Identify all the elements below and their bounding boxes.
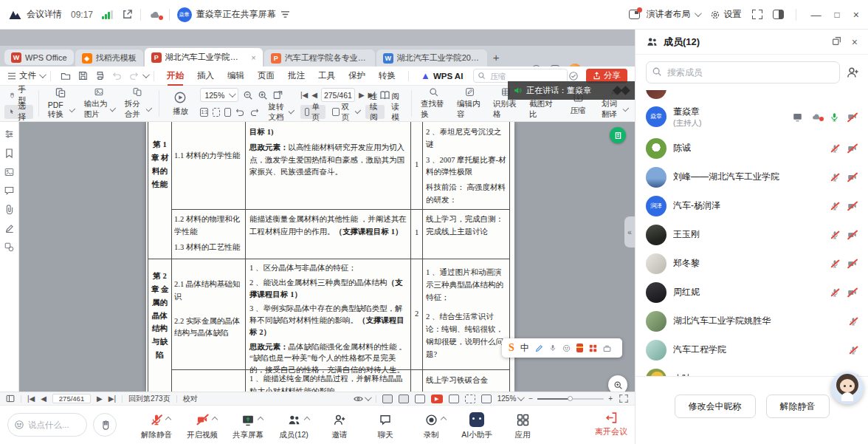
ime-mic-icon[interactable] — [549, 344, 557, 352]
shapes-icon[interactable] — [4, 242, 14, 252]
ai-assistant-avatar[interactable] — [831, 372, 864, 404]
close-tab-icon[interactable]: × — [251, 53, 255, 62]
leave-meeting-button[interactable]: 离开会议 — [595, 411, 627, 437]
find-replace-button[interactable]: 查找替换 — [417, 87, 450, 120]
unmute-member-button[interactable]: 解除静音 — [766, 395, 830, 418]
menu-comment[interactable]: 批注 — [281, 70, 311, 81]
new-tab-button[interactable]: + — [493, 51, 500, 64]
save-icon[interactable] — [78, 71, 88, 81]
continuous-read-button[interactable]: 连续阅读 — [365, 105, 385, 119]
status-next-page-icon[interactable]: ▶ — [97, 395, 103, 403]
prev-page-icon[interactable]: ◀ — [311, 91, 317, 99]
fit-width-icon[interactable] — [449, 395, 459, 403]
back-to-page-link[interactable]: 回到第273页 — [128, 394, 170, 404]
sogou-logo-icon[interactable]: S — [509, 342, 514, 354]
ime-toolbar[interactable]: S 中 — [502, 338, 622, 358]
redo-icon[interactable] — [129, 72, 139, 80]
ime-pen-icon[interactable] — [535, 344, 543, 352]
read-mode-button[interactable]: 阅读模式 — [387, 105, 406, 119]
sidebar-toggle-button[interactable] — [773, 10, 784, 19]
zoom-combo[interactable]: 125% — [200, 88, 238, 102]
panel-collapse-handle[interactable]: « — [624, 216, 635, 247]
double-page-button[interactable]: 双页 — [328, 105, 363, 119]
double-view-icon[interactable] — [415, 395, 425, 403]
fit-page-icon2[interactable] — [465, 395, 475, 403]
single-view-icon[interactable] — [399, 395, 409, 403]
status-zoom-combo[interactable]: 125% — [497, 395, 523, 403]
zoom-out-icon[interactable] — [243, 90, 253, 100]
member-row[interactable]: 润泽 汽车-杨润泽 — [636, 191, 868, 220]
layout-switch-button[interactable]: 演讲者布局 — [629, 8, 700, 21]
continuous-view-icon[interactable] — [382, 395, 393, 403]
magnifier-float-button[interactable] — [608, 375, 627, 392]
menu-convert[interactable]: 转换 — [372, 70, 402, 81]
edit-content-button[interactable]: 编辑内容 — [453, 87, 486, 120]
book-view-icon[interactable] — [379, 90, 390, 100]
select-tool-button[interactable]: 选择 — [4, 105, 33, 119]
pop-out-icon[interactable] — [122, 9, 133, 20]
proofread-link[interactable]: 校对 — [183, 394, 198, 404]
zoom-slider[interactable]: −+ — [528, 395, 613, 403]
rotate-doc-button[interactable]: 旋转文档 — [264, 105, 296, 119]
member-row[interactable]: 汽车工程学院 — [636, 335, 868, 364]
maximize-button[interactable]: □ — [835, 10, 840, 20]
pdf-convert-button[interactable]: PDF转换 — [44, 87, 77, 120]
play-button[interactable]: 播放 — [164, 87, 196, 120]
status-fullscreen-icon[interactable] — [619, 395, 627, 402]
ime-toolbox-icon[interactable] — [603, 344, 611, 352]
panel-popout-icon[interactable] — [832, 36, 841, 48]
single-page-button[interactable]: 单页 — [300, 105, 326, 119]
sidebar-panel-icon[interactable] — [6, 395, 15, 403]
file-menu[interactable]: 文件 — [7, 70, 44, 81]
cloud-status-icon[interactable] — [148, 10, 162, 20]
comment-panel-icon[interactable] — [4, 186, 14, 195]
member-row[interactable]: 王玉刚 — [636, 220, 868, 249]
quick-chat-box[interactable] — [7, 413, 87, 437]
apps-button[interactable]: 应用 — [503, 409, 542, 440]
members-button[interactable]: 成员(12) — [275, 409, 313, 440]
split-merge-button[interactable]: 拆分合并 — [121, 87, 154, 120]
invite-button[interactable]: 邀请 — [320, 409, 359, 440]
zoom-in-icon[interactable] — [258, 90, 268, 100]
fit-page-icon[interactable] — [272, 90, 283, 100]
ime-apps-icon[interactable] — [589, 344, 597, 352]
status-first-page-icon[interactable]: |◀ — [27, 395, 35, 403]
member-search[interactable] — [646, 61, 840, 83]
member-row[interactable]: 刘峰——湖北汽车工业学院 — [636, 163, 868, 191]
wps-home-tab[interactable]: W WPS Office — [4, 49, 74, 65]
member-row-partial[interactable] — [636, 90, 868, 100]
docer-template-tab[interactable]: ◆ 找稻壳模板 — [75, 49, 143, 66]
pdf-document-tab[interactable]: P 湖北汽车工业学院汽车服务工程专 × — [145, 48, 263, 66]
ime-emoji-icon[interactable] — [562, 344, 571, 352]
first-page-icon[interactable]: |◀ — [300, 91, 308, 99]
image-panel-icon[interactable] — [4, 168, 14, 177]
rotate-right-icon[interactable] — [249, 108, 259, 117]
member-row[interactable]: 郑冬黎 — [636, 249, 868, 278]
status-prev-page-icon[interactable]: ◀ — [41, 395, 46, 403]
share-screen-button[interactable]: 共享屏幕 — [229, 409, 267, 440]
menu-home[interactable]: 开始 — [160, 70, 190, 81]
minimize-button[interactable]: — — [811, 9, 822, 21]
fit-visible-icon[interactable] — [481, 395, 492, 403]
wps-ai-button[interactable]: ▲WPS AI — [415, 70, 469, 81]
raise-hand-button[interactable] — [93, 413, 117, 437]
page-frame-icon[interactable] — [224, 108, 232, 117]
add-member-button[interactable] — [846, 66, 859, 79]
member-row[interactable]: 湖北汽车工业学院姚胜华 — [636, 307, 868, 335]
meeting-detail-button[interactable]: 会议详情 — [27, 8, 62, 21]
next-page-icon[interactable]: ▶ — [359, 91, 365, 99]
actual-size-icon[interactable]: 1:1 — [200, 108, 208, 117]
panel-close-icon[interactable]: × — [852, 36, 858, 48]
doc-assistant-float-button[interactable] — [610, 127, 626, 143]
menu-page[interactable]: 页面 — [251, 70, 281, 81]
export-image-button[interactable]: 输出为图片 — [80, 87, 117, 120]
ppt-document-tab[interactable]: P 汽车工程学院各专业课程体系汇总版 — [264, 49, 375, 66]
menu-tools[interactable]: 工具 — [311, 70, 342, 81]
play-slideshow-button[interactable]: ▶ — [431, 395, 443, 403]
close-button[interactable]: × — [853, 9, 859, 21]
sharing-menu-icon[interactable] — [280, 10, 290, 18]
camera-button[interactable]: 开启视频 — [183, 409, 221, 440]
member-row[interactable]: 陈诚 — [636, 134, 868, 163]
highlighter-icon[interactable] — [5, 224, 14, 233]
ime-language-mode[interactable]: 中 — [520, 342, 530, 355]
